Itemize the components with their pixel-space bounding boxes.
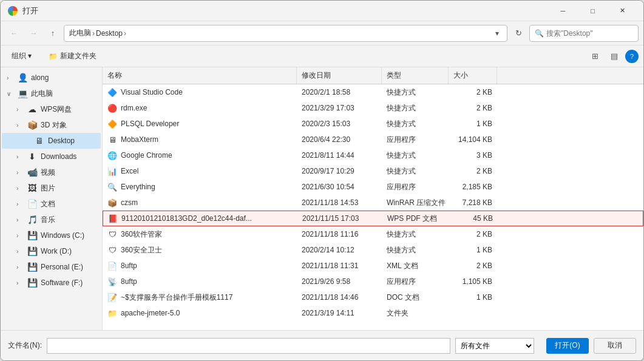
sidebar-label-docs: 文档 bbox=[41, 199, 96, 209]
sidebar-label-videos: 视频 bbox=[41, 167, 96, 178]
file-icon: 🔷 bbox=[107, 87, 117, 97]
file-type-cell: WinRAR 压缩文件 bbox=[382, 195, 449, 211]
table-row[interactable]: 📡 8uftp 2021/9/26 9:58 应用程序 1,105 KB bbox=[103, 274, 643, 289]
file-name-cell: 📡 8uftp bbox=[103, 274, 297, 289]
file-date-cell: 2021/8/11 14:44 bbox=[297, 147, 382, 163]
chrome-icon bbox=[8, 6, 18, 16]
file-name-cell: 🔴 rdm.exe bbox=[103, 100, 297, 116]
file-size-cell: 1 KB bbox=[449, 289, 497, 305]
file-icon: 🔍 bbox=[107, 182, 117, 192]
file-date-cell: 2020/2/1 18:58 bbox=[297, 84, 382, 100]
table-row[interactable]: 🛡 360软件管家 2021/11/18 11:16 快捷方式 2 KB bbox=[103, 226, 643, 242]
downloads-icon: ⬇ bbox=[27, 152, 37, 161]
search-input[interactable] bbox=[546, 29, 633, 38]
col-header-name[interactable]: 名称 bbox=[103, 67, 297, 84]
table-row[interactable]: 🔍 Everything 2021/6/30 10:54 应用程序 2,185 … bbox=[103, 179, 643, 195]
filetype-select[interactable]: 所有文件 bbox=[455, 338, 534, 354]
table-row[interactable]: 📁 apache-jmeter-5.0 2021/3/19 14:11 文件夹 bbox=[103, 305, 643, 321]
action-bar-right: ⊞ ▤ ? bbox=[586, 49, 639, 64]
table-row[interactable]: 🔴 rdm.exe 2021/3/29 17:03 快捷方式 2 KB bbox=[103, 100, 643, 116]
sidebar-item-docs[interactable]: › 📄 文档 bbox=[2, 196, 101, 212]
maximize-button[interactable]: □ bbox=[579, 2, 606, 19]
table-row[interactable]: 📊 Excel 2020/9/17 10:29 快捷方式 2 KB bbox=[103, 163, 643, 179]
cancel-button[interactable]: 取消 bbox=[594, 338, 636, 354]
file-name-cell: 📦 czsm bbox=[103, 195, 297, 211]
sidebar-item-downloads[interactable]: › ⬇ Downloads bbox=[2, 149, 101, 164]
open-button[interactable]: 打开(O) bbox=[546, 338, 589, 354]
sidebar-item-3d[interactable]: › 📦 3D 对象 bbox=[2, 117, 101, 133]
table-row[interactable]: 🖥 MobaXterm 2020/6/4 22:30 应用程序 14,104 K… bbox=[103, 132, 643, 147]
sidebar-item-along[interactable]: › 👤 along bbox=[2, 70, 101, 86]
table-row[interactable]: 🔷 Visual Studio Code 2020/2/1 18:58 快捷方式… bbox=[103, 84, 643, 100]
table-row[interactable]: 🛡 360安全卫士 2020/2/14 10:12 快捷方式 1 KB bbox=[103, 242, 643, 258]
sidebar-item-personal-e[interactable]: › 💾 Personal (E:) bbox=[2, 259, 101, 275]
table-row[interactable]: 🌐 Google Chrome 2021/8/11 14:44 快捷方式 3 K… bbox=[103, 147, 643, 163]
close-button[interactable]: ✕ bbox=[609, 2, 636, 19]
table-row[interactable]: 📕 911201012101813GD2_d0e12c44-daf... 202… bbox=[103, 211, 643, 226]
file-name-text: PLSQL Developer bbox=[121, 120, 179, 128]
sidebar-item-software-f[interactable]: › 💾 Software (F:) bbox=[2, 275, 101, 291]
expand-arrow-thispc: ∨ bbox=[7, 90, 14, 97]
file-type-cell: 快捷方式 bbox=[382, 84, 449, 100]
file-size-cell: 2 KB bbox=[449, 226, 497, 242]
sidebar-item-desktop[interactable]: 🖥 Desktop bbox=[2, 133, 101, 149]
sidebar-label-work-d: Work (D:) bbox=[41, 247, 96, 255]
windows-c-icon: 💾 bbox=[27, 231, 37, 240]
file-icon: 📊 bbox=[107, 166, 117, 176]
pictures-icon: 🖼 bbox=[27, 183, 37, 193]
address-dropdown-arrow[interactable]: ▾ bbox=[492, 25, 502, 41]
table-row[interactable]: 📦 czsm 2021/11/18 14:53 WinRAR 压缩文件 7,21… bbox=[103, 195, 643, 211]
address-bar[interactable]: 此电脑 › Desktop › ▾ bbox=[64, 25, 507, 42]
col-header-type[interactable]: 类型 bbox=[382, 67, 449, 84]
videos-icon: 📹 bbox=[27, 167, 37, 177]
expand-arrow-windows-c: › bbox=[16, 232, 24, 239]
expand-arrow-personal-e: › bbox=[16, 264, 24, 271]
search-box: 🔍 bbox=[529, 25, 639, 42]
sidebar-item-videos[interactable]: › 📹 视频 bbox=[2, 164, 101, 180]
new-folder-button[interactable]: 📁 新建文件夹 bbox=[42, 49, 103, 64]
work-d-icon: 💾 bbox=[27, 246, 37, 256]
sidebar-item-music[interactable]: › 🎵 音乐 bbox=[2, 212, 101, 228]
organize-button[interactable]: 组织 ▾ bbox=[5, 49, 38, 64]
col-header-size[interactable]: 大小 bbox=[449, 67, 497, 84]
forward-button[interactable]: → bbox=[25, 25, 42, 42]
file-icon: 🔴 bbox=[107, 103, 117, 113]
file-type-cell: 快捷方式 bbox=[382, 242, 449, 258]
new-folder-label: 新建文件夹 bbox=[60, 51, 97, 61]
sidebar-item-wps[interactable]: › ☁ WPS网盘 bbox=[2, 101, 101, 117]
up-button[interactable]: ↑ bbox=[44, 25, 61, 42]
table-row[interactable]: 📄 8uftp 2021/11/18 11:31 XML 文档 2 KB bbox=[103, 258, 643, 274]
sidebar-label-desktop: Desktop bbox=[48, 137, 96, 145]
file-name-text: Everything bbox=[121, 183, 155, 191]
file-date-cell: 2020/9/17 10:29 bbox=[297, 163, 382, 179]
sidebar-item-windows-c[interactable]: › 💾 Windows (C:) bbox=[2, 228, 101, 243]
breadcrumb-sep1: › bbox=[92, 29, 95, 38]
file-name-cell: 📊 Excel bbox=[103, 163, 297, 179]
help-button[interactable]: ? bbox=[625, 50, 639, 63]
file-icon: 🔶 bbox=[107, 119, 117, 129]
sidebar-item-work-d[interactable]: › 💾 Work (D:) bbox=[2, 243, 101, 259]
expand-arrow-downloads: › bbox=[16, 154, 24, 160]
file-name-text: Google Chrome bbox=[121, 151, 172, 160]
minimize-button[interactable]: ─ bbox=[549, 2, 577, 19]
sidebar-item-thispc[interactable]: ∨ 💻 此电脑 bbox=[2, 86, 101, 101]
sidebar-label-downloads: Downloads bbox=[41, 152, 96, 161]
table-row[interactable]: 📝 ~$支撑服务平台操作手册模板1117 2021/11/18 14:46 DO… bbox=[103, 289, 643, 305]
file-icon: 🌐 bbox=[107, 150, 117, 160]
file-name-cell: 🔷 Visual Studio Code bbox=[103, 84, 297, 100]
breadcrumb: 此电脑 › Desktop › bbox=[69, 28, 490, 38]
table-row[interactable]: 🔶 PLSQL Developer 2020/2/3 15:03 快捷方式 1 … bbox=[103, 116, 643, 132]
view-toggle-button[interactable]: ⊞ bbox=[586, 49, 603, 64]
col-header-date[interactable]: 修改日期 bbox=[297, 67, 382, 84]
back-button[interactable]: ← bbox=[5, 25, 22, 42]
refresh-button[interactable]: ↻ bbox=[510, 25, 527, 42]
file-icon: 🖥 bbox=[107, 135, 117, 144]
file-name-text: 8uftp bbox=[121, 277, 137, 286]
sidebar-label-personal-e: Personal (E:) bbox=[41, 263, 96, 271]
filename-input[interactable] bbox=[47, 338, 450, 354]
person-icon: 👤 bbox=[18, 73, 27, 83]
view-detail-button[interactable]: ▤ bbox=[606, 49, 623, 64]
sidebar-item-pictures[interactable]: › 🖼 图片 bbox=[2, 180, 101, 196]
file-icon: 📄 bbox=[107, 261, 117, 271]
file-name-text: rdm.exe bbox=[121, 104, 147, 112]
